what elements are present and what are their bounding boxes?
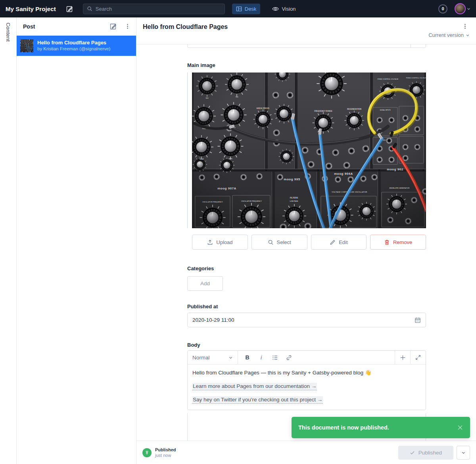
body-editor: Normal B i xyxy=(187,350,426,410)
publish-status-label: Published xyxy=(155,447,176,452)
published-at-field[interactable] xyxy=(187,313,426,327)
body-paragraph[interactable]: Hello from Cloudflare Pages — this is my… xyxy=(192,369,421,377)
search-icon xyxy=(87,6,92,11)
add-category-button[interactable]: Add xyxy=(187,276,223,291)
body-link-twitter[interactable]: Say hey on Twitter if you're checking ou… xyxy=(192,396,323,404)
kebab-icon xyxy=(125,23,131,29)
toast-close-button[interactable] xyxy=(457,424,463,431)
content-rail-label: Content xyxy=(5,23,11,464)
avatar[interactable] xyxy=(455,3,466,14)
chevron-down-icon xyxy=(466,33,470,37)
eye-icon xyxy=(272,6,279,12)
toast-message: This document is now published. xyxy=(298,424,457,431)
document-pane: Hello from Cloudflare Pages Current vers… xyxy=(136,17,476,464)
upload-button[interactable]: Upload xyxy=(192,235,248,250)
post-pane-header: Post xyxy=(17,17,136,36)
trash-icon xyxy=(384,239,390,245)
editor-toolbar: Normal B i xyxy=(188,351,426,365)
tab-desk-label: Desk xyxy=(245,6,257,12)
desk-panes-icon xyxy=(236,6,242,12)
new-document-button[interactable] xyxy=(65,4,75,14)
kebab-icon xyxy=(462,23,468,29)
calendar-icon xyxy=(415,317,421,323)
search-input[interactable] xyxy=(96,6,221,12)
document-form[interactable]: Main image Upload xyxy=(136,44,476,441)
add-label: Add xyxy=(200,281,210,286)
post-list-pane: Post Hello from Cloudflare Pages by Kris… xyxy=(17,17,136,464)
tab-vision-label: Vision xyxy=(282,6,296,12)
editor-content[interactable]: Hello from Cloudflare Pages — this is my… xyxy=(188,365,426,410)
close-icon xyxy=(457,424,463,431)
field-change-bar xyxy=(187,73,188,228)
chevron-down-icon xyxy=(461,451,466,455)
slug-field-partial[interactable] xyxy=(187,44,426,48)
publish-status-icon xyxy=(142,448,152,457)
link-icon xyxy=(286,355,292,361)
upload-icon xyxy=(207,239,213,245)
pencil-icon xyxy=(330,239,336,245)
document-context-menu-button[interactable] xyxy=(460,21,470,31)
document-header: Hello from Cloudflare Pages Current vers… xyxy=(136,17,476,44)
new-post-button[interactable] xyxy=(110,23,117,30)
image-actions: Upload Select Edit xyxy=(192,235,426,250)
fullscreen-button[interactable] xyxy=(410,351,426,364)
body-link-documentation[interactable]: Learn more about Pages from our document… xyxy=(192,383,317,390)
publish-toast: This document is now published. xyxy=(292,417,470,438)
notification-badge[interactable]: 0 xyxy=(438,4,447,13)
check-icon xyxy=(410,450,415,455)
text-style-value: Normal xyxy=(192,355,210,361)
search-icon xyxy=(268,239,274,245)
bold-button[interactable]: B xyxy=(240,351,254,364)
link-button[interactable] xyxy=(282,351,296,364)
field-divider xyxy=(411,44,411,48)
upload-label: Upload xyxy=(216,239,232,245)
select-button[interactable]: Select xyxy=(251,235,307,250)
content-rail[interactable]: Content xyxy=(0,17,17,464)
version-label: Current version xyxy=(428,32,464,38)
select-label: Select xyxy=(277,239,291,245)
document-footer: Published just now Published xyxy=(136,441,476,464)
post-thumbnail xyxy=(20,39,33,52)
post-item-title: Hello from Cloudflare Pages xyxy=(37,40,110,46)
published-at-label: Published at xyxy=(187,304,426,309)
post-list-item-selected[interactable]: Hello from Cloudflare Pages by Kristian … xyxy=(17,36,136,56)
chevron-down-icon xyxy=(467,7,470,11)
pane-title: Post xyxy=(23,23,102,30)
chevron-down-icon xyxy=(228,355,233,360)
calendar-button[interactable] xyxy=(415,317,421,323)
publish-status-time: just now xyxy=(155,453,176,458)
bullet-list-button[interactable] xyxy=(268,351,282,364)
pane-context-menu-button[interactable] xyxy=(125,23,131,29)
bullet-list-icon xyxy=(272,355,278,361)
tab-vision[interactable]: Vision xyxy=(268,3,299,15)
global-search[interactable] xyxy=(83,4,225,14)
tab-desk[interactable]: Desk xyxy=(232,4,261,14)
main-image-photo xyxy=(192,73,426,228)
main-image-label: Main image xyxy=(187,62,426,68)
publish-button-label: Published xyxy=(418,450,442,456)
user-menu[interactable] xyxy=(455,3,470,14)
document-title: Hello from Cloudflare Pages xyxy=(143,21,460,31)
remove-label: Remove xyxy=(393,239,412,245)
text-style-select[interactable]: Normal xyxy=(188,351,238,364)
publish-menu-button[interactable] xyxy=(457,446,470,460)
italic-button[interactable]: i xyxy=(254,351,268,364)
body-label: Body xyxy=(187,342,426,348)
compose-icon xyxy=(110,23,117,30)
insert-block-button[interactable] xyxy=(395,351,410,364)
version-selector[interactable]: Current version xyxy=(143,32,470,38)
project-title: My Sanity Project xyxy=(6,6,56,12)
post-item-subtitle: by Kristian Freeman (@signalnerve) xyxy=(37,46,110,52)
categories-label: Categories xyxy=(187,265,426,271)
remove-button[interactable]: Remove xyxy=(370,235,426,250)
edit-label: Edit xyxy=(339,239,347,245)
top-navbar: My Sanity Project Desk Vision 0 xyxy=(0,0,476,17)
plus-icon xyxy=(400,355,406,361)
publish-arrow-icon xyxy=(144,450,150,455)
published-at-input[interactable] xyxy=(192,317,415,323)
expand-icon xyxy=(415,355,421,360)
publish-button[interactable]: Published xyxy=(398,446,453,460)
edit-button[interactable]: Edit xyxy=(311,235,367,250)
compose-icon xyxy=(66,6,73,12)
